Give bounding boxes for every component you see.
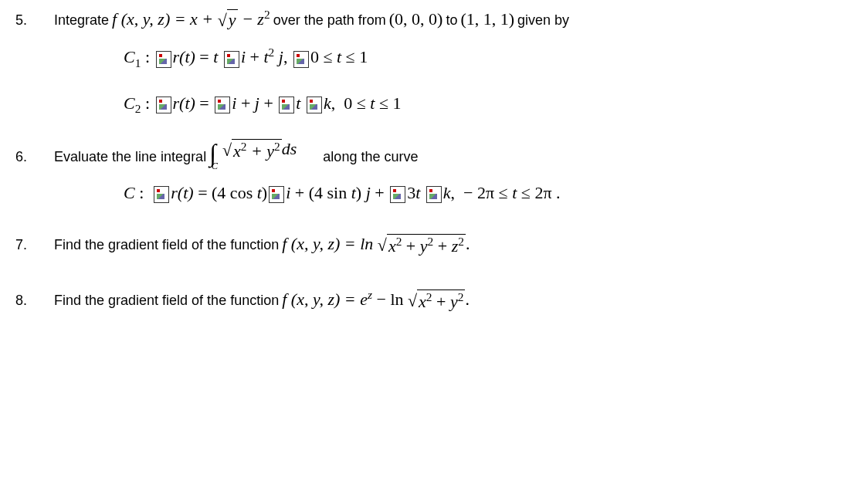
- period-8: .: [465, 290, 470, 309]
- c1-equation: C1 : r(t) = t i + t2 j, 0 ≤ t ≤ 1: [124, 46, 853, 70]
- problem-number-6: 6.: [15, 149, 54, 165]
- z-exp: 2: [264, 8, 270, 21]
- sqrt-body: y: [227, 9, 238, 30]
- sqrt-xy: √x2 + y2: [222, 139, 282, 161]
- fn-5: f (x, y, z) = x + √y − z2: [112, 8, 270, 30]
- sqrt-body-8: x2 + y2: [417, 290, 465, 312]
- sqrt-body-7: x2 + y2 + z2: [387, 234, 466, 256]
- mid-text: over the path from: [273, 12, 386, 29]
- broken-image-icon: [215, 97, 230, 113]
- sqrt-body-6: x2 + y2: [232, 139, 282, 161]
- radical-icon: √: [218, 11, 227, 31]
- c2-label: C: [124, 93, 135, 113]
- broken-image-icon: [426, 186, 442, 203]
- problem-5-text: Integrate f (x, y, z) = x + √y − z2 over…: [54, 8, 569, 30]
- problem-8: 8. Find the gradient field of the functi…: [15, 288, 853, 313]
- broken-image-icon: [156, 51, 171, 68]
- radical-icon: √: [378, 235, 387, 256]
- broken-image-icon: [390, 186, 405, 203]
- radical-icon: √: [408, 291, 417, 311]
- fn-8: f (x, y, z) = ez − ln √x2 + y2.: [282, 288, 470, 313]
- broken-image-icon: [269, 186, 284, 203]
- problem-6-text: Evaluate the line integral ∫C √x2 + y2 d…: [54, 139, 418, 168]
- problem-7-text: Find the gradient field of the function …: [54, 234, 470, 256]
- broken-image-icon: [279, 97, 294, 113]
- sqrt-y: √y: [218, 9, 238, 30]
- problem-number-7: 7.: [15, 237, 54, 253]
- problem-6: 6. Evaluate the line integral ∫C √x2 + y…: [15, 139, 853, 168]
- broken-image-icon: [156, 97, 171, 113]
- c1-sup: 2: [269, 46, 275, 59]
- fn-mid-8: − ln: [372, 290, 408, 309]
- sqrt-xyz: √x2 + y2 + z2: [378, 234, 466, 256]
- broken-image-icon: [154, 186, 169, 203]
- problem-number-5: 5.: [15, 12, 54, 29]
- after-sqrt: − z: [238, 9, 264, 29]
- lead-text: Integrate: [54, 12, 109, 29]
- point-2: (1, 1, 1): [460, 9, 514, 29]
- line-integral: ∫C √x2 + y2 ds: [209, 139, 297, 168]
- problem-7: 7. Find the gradient field of the functi…: [15, 234, 853, 256]
- fn-lhs: f (x, y, z) = x +: [112, 9, 218, 29]
- c2-equation: C2 : r(t) = i + j + t k, 0 ≤ t ≤ 1: [124, 93, 853, 116]
- c-equation-6: C : r(t) = (4 cos t)i + (4 sin t) j + 3t…: [124, 183, 853, 203]
- lead-text-6: Evaluate the line integral: [54, 149, 206, 165]
- tail-text: given by: [517, 12, 569, 29]
- c1-colon: :: [141, 48, 154, 67]
- problem-number-8: 8.: [15, 293, 54, 309]
- c2-colon: :: [141, 93, 154, 113]
- sqrt-xy-8: √x2 + y2: [408, 290, 465, 312]
- lead-text-8: Find the gradient field of the function: [54, 293, 279, 309]
- tail-text-6: along the curve: [323, 149, 418, 165]
- radical-icon: √: [222, 141, 232, 161]
- fn-7: f (x, y, z) = ln √x2 + y2 + z2.: [282, 234, 470, 256]
- c1-label: C: [124, 48, 135, 67]
- fn-pre-8: f (x, y, z) = e: [282, 290, 368, 309]
- broken-image-icon: [293, 51, 309, 68]
- integral-sub: C: [212, 161, 218, 172]
- period-7: .: [466, 234, 470, 253]
- lead-text-7: Find the gradient field of the function: [54, 237, 279, 253]
- problem-8-text: Find the gradient field of the function …: [54, 288, 470, 313]
- point-1: (0, 0, 0): [389, 9, 443, 29]
- to-text: to: [446, 12, 457, 29]
- broken-image-icon: [224, 51, 239, 68]
- problem-5: 5. Integrate f (x, y, z) = x + √y − z2 o…: [15, 8, 853, 30]
- broken-image-icon: [307, 97, 322, 113]
- ds: ds: [282, 139, 297, 159]
- fn-pre-7: f (x, y, z) = ln: [282, 234, 378, 253]
